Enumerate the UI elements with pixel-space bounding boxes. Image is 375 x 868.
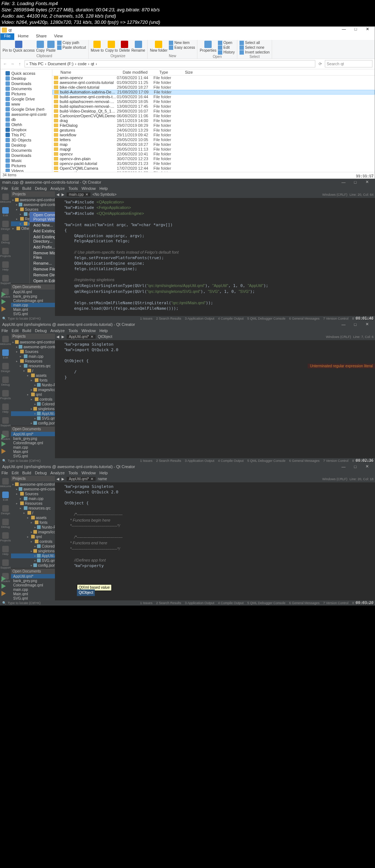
mode-welcome[interactable]: Welcome	[1, 336, 10, 346]
project-tree[interactable]: ▸awesome-qml-controls-tutorial▸awesome-q…	[11, 339, 55, 426]
mode-design[interactable]: Design	[1, 505, 10, 515]
code-area[interactable]: "kw">pragma Singleton "kw">import QtQuic…	[55, 340, 375, 458]
menu-item[interactable]: Window	[81, 328, 96, 333]
sidebar-item[interactable]: Pictures	[0, 91, 52, 96]
sidebar-item[interactable]: 3D Objects	[0, 137, 52, 143]
tree-item[interactable]: ▸main.cpp	[11, 354, 55, 359]
menu-item[interactable]: File	[1, 328, 8, 333]
tab-share[interactable]: Share	[32, 33, 50, 40]
file-row[interactable]: build-Video-Desktop_Qt_5_13_2_MinGW_32_b…	[52, 109, 375, 114]
run-debug-button[interactable]	[1, 584, 6, 589]
projects-pane[interactable]: Projects ▸awesome-qml-controls-tutorial▸…	[11, 191, 55, 316]
tree-item[interactable]: ▸qml	[11, 534, 55, 539]
file-row[interactable]: OpenCVQMLCamera17/07/2020 12:44File fold…	[52, 166, 375, 171]
tree-item[interactable]: ▸images/icons	[11, 387, 55, 392]
tree-item[interactable]: ▸main.cpp	[11, 496, 55, 501]
file-row[interactable]: awesome-qml-controls-tutorial01/09/2020 …	[52, 80, 375, 85]
rename-button[interactable]: Rename	[131, 41, 145, 52]
new-folder-button[interactable]: New folder	[150, 41, 167, 52]
file-row[interactable]: letters29/05/2020 10:05File folder	[52, 137, 375, 142]
output-tab[interactable]: 6 General Messages	[289, 317, 320, 320]
tree-item[interactable]: ▸Sources	[11, 492, 55, 496]
refresh-button[interactable]: ⟳	[318, 62, 323, 66]
sidebar-item[interactable]: Desktop	[0, 76, 52, 81]
tree-item[interactable]: ▸ColoredImage.qml	[11, 402, 55, 407]
tree-item[interactable]: ▸Resources	[11, 501, 55, 506]
tree-item[interactable]: ▸resources.qrc	[11, 506, 55, 511]
open-doc[interactable]: main.cpp	[11, 587, 55, 592]
file-row[interactable]: build-awesome-qml-controls-tutorial-Desk…	[52, 95, 375, 99]
code-editor[interactable]: ◀ ▶ main.cpp✕ <No Symbols> Windows (CRLF…	[55, 191, 375, 316]
sidebar-item[interactable]: Dropbox	[0, 127, 52, 132]
run-debug-button[interactable]	[1, 299, 6, 304]
file-row[interactable]: build-Automation-sabrina-Desktop_Qt_5_13…	[52, 90, 375, 95]
tree-item[interactable]: ▸/	[11, 511, 55, 515]
run-debug-button[interactable]	[1, 441, 6, 446]
open-doc[interactable]: Main.qml	[11, 307, 55, 312]
mode-support[interactable]: Support	[1, 275, 10, 285]
output-tab[interactable]: 2 Search Results	[156, 317, 181, 320]
output-tab[interactable]: 2 Search Results	[156, 601, 181, 605]
close-button[interactable]: ✕	[361, 180, 373, 184]
output-tab[interactable]: 1 Issues	[140, 459, 153, 463]
sidebar-item[interactable]: db	[0, 117, 52, 122]
col-name[interactable]: Name	[58, 69, 120, 75]
context-menu-item[interactable]: Remove File...	[30, 266, 55, 272]
tree-item[interactable]: ▸Sources	[11, 349, 55, 354]
context-menu-item[interactable]: Remove Directory	[30, 272, 55, 278]
tree-item[interactable]: ▸SVG.qml	[11, 416, 55, 421]
open-docs-header[interactable]: Open Documents	[11, 284, 55, 290]
output-tab[interactable]: 7 Version Control	[323, 459, 349, 463]
sidebar-item[interactable]: Downloads	[0, 81, 52, 86]
open-doc[interactable]: AppUtil.qml*	[11, 574, 55, 578]
file-row[interactable]: iworkflow29/11/2019 09:42File folder	[52, 133, 375, 137]
open-doc[interactable]: SVG.qml	[11, 454, 55, 458]
tree-item[interactable]: ▸Nunito-Regular.ttf	[11, 383, 55, 387]
menu-item[interactable]: Edit	[12, 186, 19, 191]
output-tab[interactable]: 2 Search Results	[156, 459, 181, 463]
open-doc[interactable]: bank_grey.png	[11, 436, 55, 441]
properties-button[interactable]: Properties	[200, 41, 216, 52]
crumb[interactable]: code	[78, 62, 86, 66]
menu-item[interactable]: File	[1, 471, 8, 475]
output-tab[interactable]: 4 Compile Output	[218, 459, 244, 463]
open-doc[interactable]: ColoredImage.qml	[11, 298, 55, 303]
menu-bar[interactable]: FileEditBuildDebugAnalyzeToolsWindowHelp	[0, 470, 375, 476]
open-doc[interactable]: Main.qml	[11, 449, 55, 454]
code-editor[interactable]: ◀▶ AppUtil.qml*✕ QtObject Windows (CRLF)…	[55, 334, 375, 458]
menu-item[interactable]: Window	[81, 186, 96, 191]
menu-item[interactable]: Build	[22, 186, 31, 191]
code-editor[interactable]: ◀▶ AppUtil.qml*✕ name Windows (CRLF) Lin…	[55, 476, 375, 600]
output-tab[interactable]: 7 Version Control	[323, 601, 349, 605]
open-docs-list[interactable]: AppUtil.qml*bank_grey.pngColoredImage.qm…	[11, 574, 55, 600]
tree-item[interactable]: ▸controls	[11, 397, 55, 402]
easy-access[interactable]: Easy access	[169, 45, 195, 50]
open-doc[interactable]: main.cpp	[11, 303, 55, 307]
sidebar-item[interactable]: Documents	[0, 86, 52, 91]
file-row[interactable]: drag18/11/2019 14:00File folder	[52, 118, 375, 123]
output-tab[interactable]: 1 Issues	[140, 601, 153, 605]
sidebar-item[interactable]: Google Drive	[0, 96, 52, 102]
sidebar-item[interactable]: Google Drive (hert·	[0, 107, 52, 112]
locator-input[interactable]: Type to locate (Ctrl+K)	[8, 317, 41, 320]
close-button[interactable]: ✕	[361, 322, 373, 327]
crumb[interactable]: This PC	[29, 62, 44, 66]
maximize-button[interactable]: □	[350, 27, 361, 33]
symbols-dropdown[interactable]: name	[98, 477, 107, 481]
sidebar-item[interactable]: Quick access	[0, 71, 52, 76]
tree-item[interactable]: ▸fonts	[11, 378, 55, 383]
output-tab[interactable]: 6 General Messages	[289, 459, 320, 463]
copy-path[interactable]: Copy path	[57, 41, 86, 45]
menu-item[interactable]: Tools	[68, 328, 78, 333]
output-tab[interactable]: 3 Application Output	[185, 601, 215, 605]
code-area[interactable]: "kw">#include <QApplication> "kw">#inclu…	[55, 198, 375, 316]
open-doc[interactable]: AppUtil.qml	[11, 290, 55, 294]
tree-item[interactable]: ▸Resources	[11, 359, 55, 364]
tree-item[interactable]: ▸awesome-qml-controls-tutorial.pro	[11, 202, 55, 207]
close-tab-icon[interactable]: ✕	[85, 192, 88, 196]
project-tree[interactable]: ▸awesome-qml-controls-tutorial▸awesome-q…	[11, 481, 55, 568]
output-tab[interactable]: 6 General Messages	[289, 601, 320, 605]
output-tab[interactable]: 5 QML Debugger Console	[247, 459, 285, 463]
menu-item[interactable]: Edit	[12, 471, 19, 475]
maximize-button[interactable]: □	[349, 322, 361, 327]
